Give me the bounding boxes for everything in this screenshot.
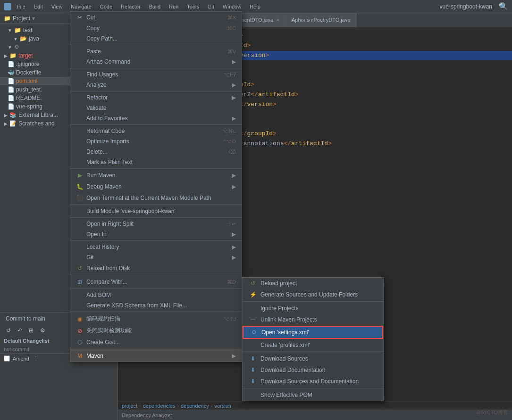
ctx-paste[interactable]: Paste ⌘V	[70, 45, 242, 57]
menu-item-edit[interactable]: Edit	[31, 3, 46, 10]
ctx-git[interactable]: Git ▶	[70, 252, 242, 263]
sub-dl-src-icon: ⬇	[248, 355, 258, 362]
ctx-build-label: Build Module 'vue-springboot-kwan'	[86, 208, 236, 214]
external-icon: 📚	[9, 112, 17, 118]
target-folder-icon: 📁	[9, 52, 17, 59]
ctx-mark-plain[interactable]: Mark as Plain Text	[70, 157, 242, 167]
ctx-gen-xsd[interactable]: Generate XSD Schema from XML File...	[70, 300, 242, 311]
ctx-open-right[interactable]: Open in Right Split ⇧↵	[70, 217, 242, 229]
ctx-optimize-shortcut: ^⌥O	[223, 139, 236, 145]
ctx-run-maven[interactable]: ▶ Run Maven ▶	[70, 168, 242, 181]
menu-item-tools[interactable]: Tools	[184, 3, 202, 10]
cut-icon: ✂	[76, 14, 84, 21]
sub-ignore-projects[interactable]: Ignore Projects	[243, 303, 383, 314]
ctx-open-terminal[interactable]: ⬛ Open Terminal at the Current Maven Mod…	[70, 192, 242, 204]
ctx-arthas[interactable]: Arthas Command ▶	[70, 57, 242, 67]
sub-download-sources[interactable]: ⬇ Download Sources	[243, 353, 383, 364]
ctx-open-in-arrow: ▶	[232, 231, 236, 238]
tree-label-readme: README.	[16, 95, 42, 101]
ctx-close-detect[interactable]: ⊘ 关闭实时检测功能	[70, 325, 242, 337]
ctx-maven[interactable]: M Maven ▶	[70, 349, 242, 362]
menu-item-file[interactable]: File	[14, 3, 28, 10]
ctx-scan-label: 编码规约扫描	[86, 315, 212, 323]
dropdown-arrow[interactable]: ▾	[32, 15, 35, 22]
dockerfile-icon: 🐳	[8, 69, 14, 76]
tree-label-dockerfile: Dockerfile	[16, 69, 41, 76]
undo-icon[interactable]: ↶	[15, 326, 25, 335]
maven-icon: M	[76, 352, 84, 360]
ctx-xsd-label: Generate XSD Schema from XML File...	[86, 302, 236, 309]
sub-unlink-label: Unlink Maven Projects	[260, 316, 317, 323]
sub-dl-doc-label: Download Documentation	[260, 367, 325, 373]
ctx-compare-shortcut: ⌘D	[227, 279, 236, 285]
sub-show-effective[interactable]: Show Effective POM	[243, 389, 383, 401]
sub-reload-project[interactable]: ↺ Reload project	[243, 278, 383, 289]
menu-item-navigate[interactable]: Navigate	[68, 3, 94, 10]
ctx-validate-label: Validate	[86, 105, 236, 111]
menu-item-git[interactable]: Git	[205, 3, 217, 10]
search-icon[interactable]: 🔍	[499, 2, 508, 11]
sub-ignore-label: Ignore Projects	[260, 305, 299, 312]
menu-item-window[interactable]: Window	[220, 3, 244, 10]
ctx-local-history-label: Local History	[86, 244, 228, 250]
refresh-icon[interactable]: ↺	[4, 326, 13, 335]
ctx-compare-with[interactable]: ⊞ Compare With... ⌘D	[70, 275, 242, 288]
tree-label-java: java	[29, 35, 39, 42]
menu-item-run[interactable]: Run	[166, 3, 181, 10]
bc-sep-3: ›	[211, 403, 213, 409]
ctx-copy[interactable]: Copy ⌘C	[70, 23, 242, 33]
ctx-copy-label: Copy	[86, 25, 216, 32]
scratches-icon: 📝	[9, 120, 17, 127]
sub-create-profiles[interactable]: Create 'profiles.xml'	[243, 339, 383, 351]
ctx-local-history[interactable]: Local History ▶	[70, 240, 242, 252]
ctx-delete[interactable]: Delete... ⌫	[70, 147, 242, 157]
project-path: vue-springboot-kwan	[440, 3, 492, 10]
ctx-copy-path-label: Copy Path...	[86, 35, 236, 42]
ctx-create-gist[interactable]: ⬡ Create Gist...	[70, 337, 242, 348]
ctx-find-usages[interactable]: Find Usages ⌥F7	[70, 68, 242, 80]
menu-item-code[interactable]: Code	[97, 3, 115, 10]
sub-dl-both-icon: ⬇	[248, 378, 258, 385]
ctx-reload-disk[interactable]: ↺ Reload from Disk	[70, 263, 242, 274]
amend-checkbox[interactable]	[4, 355, 10, 362]
ctx-build-module[interactable]: Build Module 'vue-springboot-kwan'	[70, 205, 242, 216]
menu-item-refactor[interactable]: Refactor	[118, 3, 143, 10]
bc-project: project	[122, 403, 137, 409]
ctx-add-favorites[interactable]: Add to Favorites ▶	[70, 113, 242, 124]
menu-item-view[interactable]: View	[49, 3, 66, 10]
tab-aphorism-label: AphorismPoetryDTO.java	[292, 17, 351, 23]
tree-label-test: test	[23, 27, 32, 33]
project-label: Project	[13, 15, 30, 22]
ctx-scan-shortcut: ⌥⇧J	[223, 316, 236, 322]
ctx-refactor[interactable]: Refactor ▶	[70, 91, 242, 103]
ctx-add-bom[interactable]: Add BOM	[70, 288, 242, 300]
sub-open-settings[interactable]: ⚙ Open 'settings.xml'	[243, 326, 383, 339]
menu-item-help[interactable]: Help	[247, 3, 263, 10]
ctx-cut[interactable]: ✂ Cut ⌘X	[70, 12, 242, 23]
ctx-analyze[interactable]: Analyze ▶	[70, 80, 242, 90]
ctx-copy-path[interactable]: Copy Path...	[70, 33, 242, 44]
ctx-open-in[interactable]: Open In ▶	[70, 229, 242, 239]
sub-reload-icon: ↺	[248, 280, 258, 287]
ctx-reformat[interactable]: Reformat Code ⌥⌘L	[70, 124, 242, 136]
more-icon[interactable]: ⋮	[33, 355, 38, 362]
tab-aphorism[interactable]: AphorismPoetryDTO.java	[286, 13, 357, 27]
compare-icon: ⊞	[76, 278, 84, 286]
menu-item-build[interactable]: Build	[146, 3, 163, 10]
sub-unlink[interactable]: — Unlink Maven Projects	[243, 314, 383, 325]
ctx-delete-label: Delete...	[86, 148, 217, 155]
sub-generate-sources[interactable]: ⚡ Generate Sources and Update Folders	[243, 289, 383, 300]
stash-icon[interactable]: ⊞	[26, 326, 36, 335]
sub-download-docs[interactable]: ⬇ Download Documentation	[243, 364, 383, 376]
settings-icon[interactable]: ⚙	[38, 326, 47, 335]
ctx-debug-maven[interactable]: 🐛 Debug Maven ▶	[70, 181, 242, 192]
ctx-validate[interactable]: Validate	[70, 103, 242, 113]
tab-csdn-close[interactable]: ✕	[276, 17, 280, 23]
gitignore-icon: 📄	[8, 61, 14, 67]
expand-icon-java-inner: ▼	[8, 45, 12, 50]
sub-download-both[interactable]: ⬇ Download Sources and Documentation	[243, 376, 383, 387]
context-menu: ✂ Cut ⌘X Copy ⌘C Copy Path... Paste ⌘V A…	[70, 11, 242, 362]
ctx-scan[interactable]: ◉ 编码规约扫描 ⌥⇧J	[70, 312, 242, 325]
ctx-cut-label: Cut	[86, 14, 216, 21]
ctx-optimize[interactable]: Optimize Imports ^⌥O	[70, 136, 242, 147]
